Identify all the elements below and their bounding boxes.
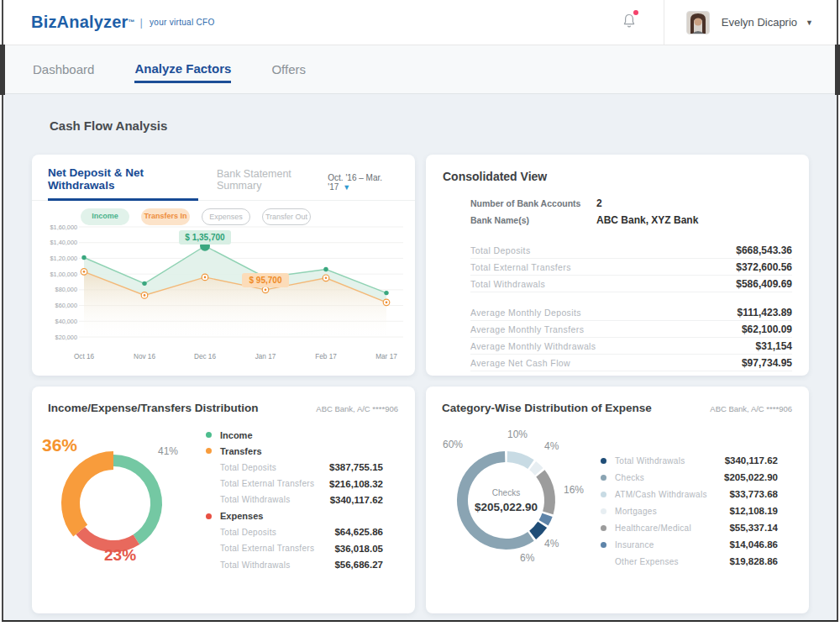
app-header: BizAnalyzer ™ | your virtual CFO <box>3 0 837 45</box>
notification-badge <box>633 10 638 15</box>
brand-divider: | <box>140 16 143 29</box>
legend-item-value: $55,337.14 <box>729 523 778 533</box>
insurance-dot-icon <box>601 542 606 548</box>
nav-item-offers[interactable]: Offers <box>271 57 306 82</box>
legend-item-label: Mortgages <box>615 507 657 516</box>
legend-item-value: $33,773.68 <box>729 489 778 499</box>
user-menu-caret-icon[interactable]: ▼ <box>806 18 813 27</box>
legend-item-label: Total Withdrawals <box>615 456 685 466</box>
legend-item: Total Withdrawals$340,117.62 <box>206 492 383 508</box>
right-edge-strip <box>835 45 840 95</box>
legend-item: ATM/Cash Withdrawals$33,773.68 <box>601 486 778 502</box>
page-title: Cash Flow Analysis <box>50 118 167 133</box>
table-row: Average Monthly Withdrawals$31,154 <box>470 338 792 355</box>
pct-label-transfers: 36% <box>42 435 77 455</box>
svg-text:Dec 16: Dec 16 <box>194 353 216 360</box>
svg-text:$1,60,000: $1,60,000 <box>50 224 77 231</box>
legend-head-label: Income <box>220 430 253 440</box>
legend-item: Mortgages$12,108.19 <box>601 502 778 519</box>
legend-item-value: $14,046.86 <box>729 539 778 550</box>
pct-label-healthcare: 16% <box>564 484 584 496</box>
info-value: ABC Bank, XYZ Bank <box>596 214 698 226</box>
consolidated-view-card: Consolidated View Number of Bank Account… <box>426 155 809 376</box>
info-value: 2 <box>596 197 602 209</box>
svg-text:$60,000: $60,000 <box>55 302 77 309</box>
account-label: ABC Bank, A/C ****906 <box>316 404 398 413</box>
legend-item-value: $387,755.15 <box>329 462 383 472</box>
legend-item: Total Deposits$387,755.15 <box>206 460 383 476</box>
legend-head: Income <box>206 427 383 443</box>
pct-label-income: 41% <box>158 445 178 457</box>
info-row: Bank Name(s) ABC Bank, XYZ Bank <box>470 212 792 229</box>
svg-text:Nov 16: Nov 16 <box>134 353 155 360</box>
brand-logo: BizAnalyzer <box>31 13 129 32</box>
category-expense-card: Category-Wise Distribution of Expense AB… <box>426 387 809 613</box>
header-right: Evelyn Dicaprio ▼ <box>622 0 813 45</box>
legend-item-value: $19,828.86 <box>729 556 778 566</box>
svg-text:$1,00,000: $1,00,000 <box>50 271 77 278</box>
pct-label-mortgages: 4% <box>544 440 559 452</box>
svg-text:Mar 17: Mar 17 <box>375 353 397 360</box>
row-value: $97,734.95 <box>742 357 792 369</box>
row-value: $668,543.36 <box>736 245 792 256</box>
legend-item-label: Insurance <box>615 540 654 550</box>
table-row: Total Deposits$668,543.36 <box>470 242 792 259</box>
legend-item-label: Checks <box>615 473 644 482</box>
legend-head-label: Expenses <box>220 511 263 521</box>
nav-item-analyze-factors[interactable]: Analyze Factors <box>134 56 231 83</box>
table-row: Total Withdrawals$586,409.69 <box>470 276 792 292</box>
svg-text:$40,000: $40,000 <box>55 318 77 325</box>
nav-item-dashboard[interactable]: Dashboard <box>33 57 94 82</box>
healthcare-dot-icon <box>601 525 606 531</box>
row-value: $31,154 <box>756 340 792 352</box>
legend-item: Checks$205,022.90 <box>601 469 778 486</box>
tab-bank-statement-summary[interactable]: Bank Statement Summary <box>217 168 328 200</box>
no-dot <box>601 559 606 565</box>
legend-item: Total External Transfers$216,108.32 <box>206 476 383 492</box>
category-card-header: Category-Wise Distribution of Expense AB… <box>426 387 809 414</box>
svg-text:Oct 16: Oct 16 <box>74 353 95 360</box>
user-name[interactable]: Evelyn Dicaprio <box>722 16 797 29</box>
legend-item: Total Withdrawals$340,117.62 <box>601 452 778 469</box>
category-legend: Total Withdrawals$340,117.62 Checks$205,… <box>601 452 778 570</box>
row-label: Total Withdrawals <box>470 279 545 289</box>
legend-item-value: $56,686.27 <box>334 560 383 570</box>
date-range-caret-icon: ▼ <box>343 183 350 192</box>
table-row: Total External Transfers$372,600.56 <box>470 259 792 276</box>
info-label: Number of Bank Accounts <box>470 198 596 208</box>
legend-item-value: $216,108.32 <box>329 479 383 489</box>
distribution-card: Income/Expense/Transfers Distribution AB… <box>32 387 415 613</box>
mortgages-dot-icon <box>601 508 606 514</box>
main-content: Cash Flow Analysis Net Deposit & Net Wit… <box>3 94 837 620</box>
legend-head: Transfers <box>206 443 383 459</box>
distribution-legend: Income Transfers Total Deposits$387,755.… <box>206 427 383 573</box>
row-label: Average Monthly Transfers <box>470 324 584 334</box>
table-row: Average Monthly Deposits$111,423.89 <box>470 304 792 321</box>
legend-item-value: $36,018.05 <box>334 544 383 554</box>
info-label: Bank Name(s) <box>470 215 596 225</box>
svg-text:$80,000: $80,000 <box>55 286 77 293</box>
legend-item-label: Total Deposits <box>220 528 276 537</box>
legend-item-value: $340,117.62 <box>725 455 778 466</box>
app-window: BizAnalyzer ™ | your virtual CFO <box>0 0 840 626</box>
app-frame: BizAnalyzer ™ | your virtual CFO <box>2 0 838 622</box>
notifications-button[interactable] <box>622 13 637 33</box>
legend-item-value: $205,022.90 <box>724 472 778 482</box>
avatar[interactable] <box>686 11 710 34</box>
legend-item-label: Other Expenses <box>615 557 679 566</box>
cashflow-card-header: Net Deposit & Net Withdrawals Bank State… <box>32 155 415 201</box>
legend-item-label: Healthcare/Medical <box>615 523 691 533</box>
category-title: Category-Wise Distribution of Expense <box>442 402 652 414</box>
pct-label-checks: 60% <box>443 439 463 450</box>
date-range-selector[interactable]: Oct. '16 – Mar. '17▼ <box>328 173 400 200</box>
info-row: Number of Bank Accounts 2 <box>470 195 792 212</box>
transfers-dot-icon <box>206 448 212 454</box>
tab-net-deposit-withdrawals[interactable]: Net Deposit & Net Withdrawals <box>48 166 198 201</box>
checks-dot-icon <box>601 475 606 481</box>
cashflow-chart-card: Net Deposit & Net Withdrawals Bank State… <box>32 155 415 376</box>
legend-item-value: $64,625.86 <box>334 527 383 537</box>
legend-item-label: Total Deposits <box>220 463 276 472</box>
legend-item-label: Total Withdrawals <box>220 560 290 570</box>
distribution-card-header: Income/Expense/Transfers Distribution AB… <box>32 387 415 414</box>
avatar-image <box>687 12 709 34</box>
